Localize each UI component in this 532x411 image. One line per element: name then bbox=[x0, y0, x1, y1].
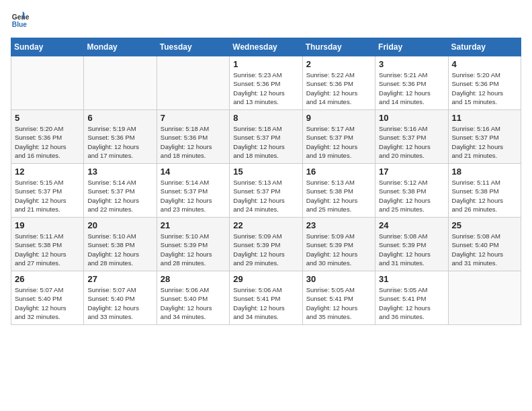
day-info: Sunrise: 5:14 AM Sunset: 5:37 PM Dayligh… bbox=[161, 178, 226, 214]
calendar-day-8: 8Sunrise: 5:18 AM Sunset: 5:37 PM Daylig… bbox=[230, 110, 302, 164]
day-info: Sunrise: 5:18 AM Sunset: 5:37 PM Dayligh… bbox=[233, 124, 298, 160]
calendar-day-20: 20Sunrise: 5:10 AM Sunset: 5:38 PM Dayli… bbox=[84, 218, 157, 271]
day-number: 3 bbox=[379, 59, 444, 69]
day-info: Sunrise: 5:13 AM Sunset: 5:38 PM Dayligh… bbox=[306, 178, 371, 214]
calendar-day-29: 29Sunrise: 5:06 AM Sunset: 5:41 PM Dayli… bbox=[230, 271, 302, 325]
calendar-day-25: 25Sunrise: 5:08 AM Sunset: 5:40 PM Dayli… bbox=[448, 218, 521, 271]
day-info: Sunrise: 5:19 AM Sunset: 5:36 PM Dayligh… bbox=[87, 124, 152, 160]
calendar-day-11: 11Sunrise: 5:16 AM Sunset: 5:37 PM Dayli… bbox=[448, 110, 521, 164]
day-number: 22 bbox=[233, 220, 298, 230]
calendar-day-6: 6Sunrise: 5:19 AM Sunset: 5:36 PM Daylig… bbox=[84, 110, 157, 164]
day-info: Sunrise: 5:09 AM Sunset: 5:39 PM Dayligh… bbox=[233, 232, 298, 267]
calendar-day-7: 7Sunrise: 5:18 AM Sunset: 5:36 PM Daylig… bbox=[157, 110, 229, 164]
empty-cell bbox=[11, 56, 84, 110]
day-number: 13 bbox=[87, 167, 152, 177]
day-info: Sunrise: 5:11 AM Sunset: 5:38 PM Dayligh… bbox=[452, 178, 517, 214]
empty-cell bbox=[84, 56, 157, 110]
calendar-day-22: 22Sunrise: 5:09 AM Sunset: 5:39 PM Dayli… bbox=[230, 218, 302, 271]
day-number: 9 bbox=[306, 113, 371, 123]
day-info: Sunrise: 5:16 AM Sunset: 5:37 PM Dayligh… bbox=[379, 124, 444, 160]
logo: General Blue bbox=[11, 11, 32, 30]
calendar-week-4: 19Sunrise: 5:11 AM Sunset: 5:38 PM Dayli… bbox=[11, 218, 521, 271]
calendar-day-27: 27Sunrise: 5:07 AM Sunset: 5:40 PM Dayli… bbox=[84, 271, 157, 325]
calendar-week-2: 5Sunrise: 5:20 AM Sunset: 5:36 PM Daylig… bbox=[11, 110, 521, 164]
day-info: Sunrise: 5:07 AM Sunset: 5:40 PM Dayligh… bbox=[15, 285, 80, 321]
calendar-day-26: 26Sunrise: 5:07 AM Sunset: 5:40 PM Dayli… bbox=[11, 271, 84, 325]
calendar-day-21: 21Sunrise: 5:10 AM Sunset: 5:39 PM Dayli… bbox=[157, 218, 229, 271]
day-info: Sunrise: 5:14 AM Sunset: 5:37 PM Dayligh… bbox=[87, 178, 152, 214]
calendar-day-2: 2Sunrise: 5:22 AM Sunset: 5:36 PM Daylig… bbox=[302, 56, 375, 110]
day-number: 10 bbox=[379, 113, 444, 123]
day-info: Sunrise: 5:11 AM Sunset: 5:38 PM Dayligh… bbox=[15, 232, 80, 267]
day-number: 24 bbox=[379, 220, 444, 230]
day-number: 7 bbox=[161, 113, 226, 123]
day-header-tuesday: Tuesday bbox=[157, 38, 229, 56]
day-number: 16 bbox=[306, 167, 371, 177]
calendar-day-9: 9Sunrise: 5:17 AM Sunset: 5:37 PM Daylig… bbox=[302, 110, 375, 164]
calendar-day-10: 10Sunrise: 5:16 AM Sunset: 5:37 PM Dayli… bbox=[375, 110, 448, 164]
calendar-day-14: 14Sunrise: 5:14 AM Sunset: 5:37 PM Dayli… bbox=[157, 164, 229, 218]
day-info: Sunrise: 5:09 AM Sunset: 5:39 PM Dayligh… bbox=[306, 232, 371, 267]
page-header: General Blue bbox=[11, 11, 521, 30]
calendar-table: SundayMondayTuesdayWednesdayThursdayFrid… bbox=[11, 38, 521, 325]
day-info: Sunrise: 5:10 AM Sunset: 5:39 PM Dayligh… bbox=[161, 232, 226, 267]
day-number: 11 bbox=[452, 113, 517, 123]
day-info: Sunrise: 5:18 AM Sunset: 5:36 PM Dayligh… bbox=[161, 124, 226, 160]
calendar-day-31: 31Sunrise: 5:05 AM Sunset: 5:41 PM Dayli… bbox=[375, 271, 448, 325]
day-number: 4 bbox=[452, 59, 517, 69]
empty-cell bbox=[157, 56, 229, 110]
day-info: Sunrise: 5:20 AM Sunset: 5:36 PM Dayligh… bbox=[452, 71, 517, 106]
day-info: Sunrise: 5:16 AM Sunset: 5:37 PM Dayligh… bbox=[452, 124, 517, 160]
day-number: 17 bbox=[379, 167, 444, 177]
day-info: Sunrise: 5:20 AM Sunset: 5:36 PM Dayligh… bbox=[15, 124, 80, 160]
day-info: Sunrise: 5:05 AM Sunset: 5:41 PM Dayligh… bbox=[379, 285, 444, 321]
day-number: 26 bbox=[15, 274, 80, 284]
calendar-day-19: 19Sunrise: 5:11 AM Sunset: 5:38 PM Dayli… bbox=[11, 218, 84, 271]
day-info: Sunrise: 5:08 AM Sunset: 5:40 PM Dayligh… bbox=[452, 232, 517, 267]
day-info: Sunrise: 5:22 AM Sunset: 5:36 PM Dayligh… bbox=[306, 71, 371, 106]
day-info: Sunrise: 5:10 AM Sunset: 5:38 PM Dayligh… bbox=[87, 232, 152, 267]
calendar-week-3: 12Sunrise: 5:15 AM Sunset: 5:37 PM Dayli… bbox=[11, 164, 521, 218]
calendar-day-5: 5Sunrise: 5:20 AM Sunset: 5:36 PM Daylig… bbox=[11, 110, 84, 164]
day-header-thursday: Thursday bbox=[302, 38, 375, 56]
calendar-day-12: 12Sunrise: 5:15 AM Sunset: 5:37 PM Dayli… bbox=[11, 164, 84, 218]
day-number: 19 bbox=[15, 220, 80, 230]
calendar-day-17: 17Sunrise: 5:12 AM Sunset: 5:38 PM Dayli… bbox=[375, 164, 448, 218]
day-number: 21 bbox=[161, 220, 226, 230]
day-info: Sunrise: 5:21 AM Sunset: 5:36 PM Dayligh… bbox=[379, 71, 444, 106]
day-header-saturday: Saturday bbox=[448, 38, 521, 56]
day-number: 23 bbox=[306, 220, 371, 230]
day-info: Sunrise: 5:12 AM Sunset: 5:38 PM Dayligh… bbox=[379, 178, 444, 214]
day-number: 6 bbox=[87, 113, 152, 123]
day-header-monday: Monday bbox=[84, 38, 157, 56]
calendar-day-28: 28Sunrise: 5:06 AM Sunset: 5:40 PM Dayli… bbox=[157, 271, 229, 325]
day-number: 31 bbox=[379, 274, 444, 284]
calendar-week-5: 26Sunrise: 5:07 AM Sunset: 5:40 PM Dayli… bbox=[11, 271, 521, 325]
day-number: 29 bbox=[233, 274, 298, 284]
calendar-day-1: 1Sunrise: 5:23 AM Sunset: 5:36 PM Daylig… bbox=[230, 56, 302, 110]
day-info: Sunrise: 5:06 AM Sunset: 5:41 PM Dayligh… bbox=[233, 285, 298, 321]
day-info: Sunrise: 5:13 AM Sunset: 5:37 PM Dayligh… bbox=[233, 178, 298, 214]
day-number: 2 bbox=[306, 59, 371, 69]
empty-cell bbox=[448, 271, 521, 325]
svg-text:General: General bbox=[12, 13, 30, 21]
day-number: 27 bbox=[87, 274, 152, 284]
calendar-day-24: 24Sunrise: 5:08 AM Sunset: 5:39 PM Dayli… bbox=[375, 218, 448, 271]
day-info: Sunrise: 5:06 AM Sunset: 5:40 PM Dayligh… bbox=[161, 285, 226, 321]
calendar-day-15: 15Sunrise: 5:13 AM Sunset: 5:37 PM Dayli… bbox=[230, 164, 302, 218]
day-number: 8 bbox=[233, 113, 298, 123]
day-number: 25 bbox=[452, 220, 517, 230]
day-header-wednesday: Wednesday bbox=[230, 38, 302, 56]
day-number: 28 bbox=[161, 274, 226, 284]
day-number: 20 bbox=[87, 220, 152, 230]
svg-text:Blue: Blue bbox=[12, 21, 28, 28]
day-number: 12 bbox=[15, 167, 80, 177]
calendar-day-16: 16Sunrise: 5:13 AM Sunset: 5:38 PM Dayli… bbox=[302, 164, 375, 218]
day-info: Sunrise: 5:07 AM Sunset: 5:40 PM Dayligh… bbox=[87, 285, 152, 321]
calendar-day-4: 4Sunrise: 5:20 AM Sunset: 5:36 PM Daylig… bbox=[448, 56, 521, 110]
calendar-day-13: 13Sunrise: 5:14 AM Sunset: 5:37 PM Dayli… bbox=[84, 164, 157, 218]
calendar-day-23: 23Sunrise: 5:09 AM Sunset: 5:39 PM Dayli… bbox=[302, 218, 375, 271]
day-info: Sunrise: 5:08 AM Sunset: 5:39 PM Dayligh… bbox=[379, 232, 444, 267]
calendar-day-3: 3Sunrise: 5:21 AM Sunset: 5:36 PM Daylig… bbox=[375, 56, 448, 110]
day-number: 15 bbox=[233, 167, 298, 177]
